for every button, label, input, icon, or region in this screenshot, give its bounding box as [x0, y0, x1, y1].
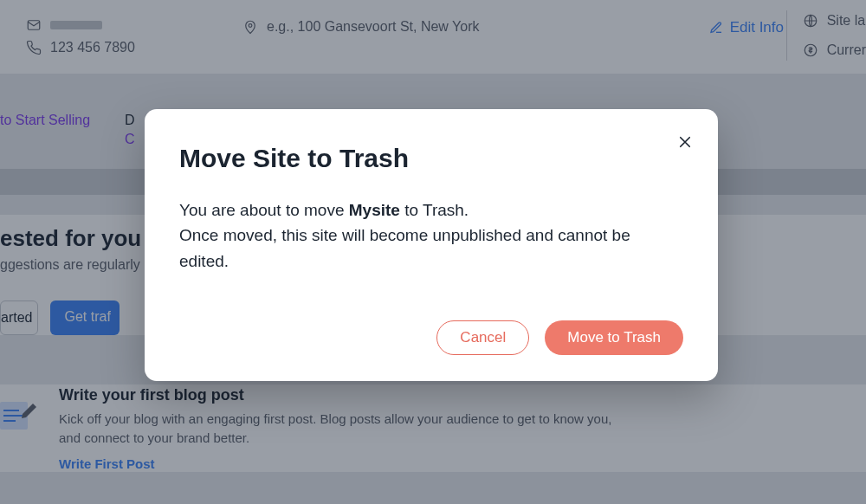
modal-title: Move Site to Trash [179, 144, 683, 173]
close-button[interactable] [673, 130, 697, 154]
modal-actions: Cancel Move to Trash [179, 320, 683, 355]
move-to-trash-modal: Move Site to Trash You are about to move… [145, 109, 718, 381]
modal-body-mid: to Trash. [400, 201, 469, 219]
move-to-trash-button[interactable]: Move to Trash [545, 320, 683, 355]
modal-body-prefix: You are about to move [179, 201, 349, 219]
modal-body: You are about to move Mysite to Trash. O… [179, 197, 683, 274]
close-icon [677, 134, 693, 150]
modal-body-line2: Once moved, this site will become unpubl… [179, 226, 630, 269]
cancel-button[interactable]: Cancel [436, 320, 529, 355]
modal-site-name: Mysite [349, 201, 400, 219]
